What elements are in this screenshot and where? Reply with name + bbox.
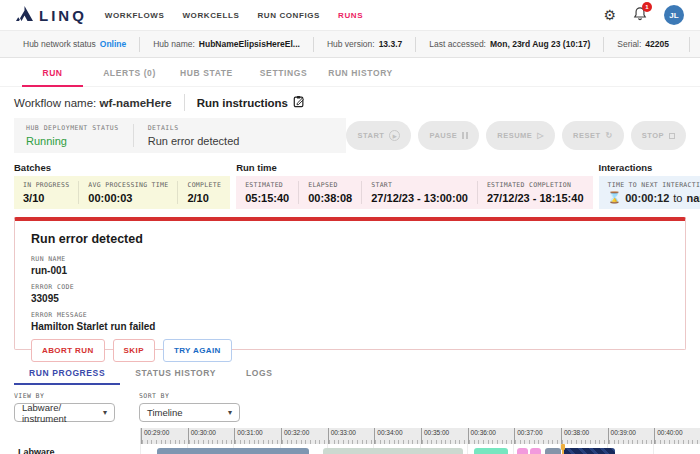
skip-button[interactable]: SKIP bbox=[113, 339, 155, 362]
run-error-card: Run error detected RUN NAME run-001 ERRO… bbox=[14, 217, 686, 350]
reset-icon: ↻ bbox=[606, 132, 613, 140]
nav-workcells[interactable]: WORKCELLS bbox=[182, 11, 239, 20]
run-controls: START ▶ PAUSE RESUME ▷ RESET ↻ STOP bbox=[346, 121, 686, 150]
tab-run-history[interactable]: RUN HISTORY bbox=[322, 58, 399, 86]
hub-network-status: Hub network status Online bbox=[10, 37, 139, 52]
metrics-row: Batches IN PROGRESS 3/10 AVG PROCESSING … bbox=[0, 160, 700, 209]
run-time-estimated: ESTIMATED 05:15:40 bbox=[236, 181, 298, 204]
interactions-box: TIME TO NEXT INTERACTION ⌛ 00:00:12 to n… bbox=[599, 176, 700, 209]
interaction-countdown: 00:00:12 bbox=[625, 192, 669, 204]
timeline-block[interactable]: -- bbox=[530, 448, 541, 454]
app-logo[interactable]: LINQ bbox=[16, 6, 87, 25]
error-code: ERROR CODE 33095 bbox=[31, 283, 669, 304]
notification-badge: 1 bbox=[642, 2, 652, 12]
tab-run[interactable]: RUN bbox=[14, 58, 91, 86]
abort-run-button[interactable]: ABORT RUN bbox=[31, 339, 105, 362]
notifications-bell[interactable]: 1 bbox=[633, 6, 647, 25]
pause-button[interactable]: PAUSE bbox=[418, 121, 479, 150]
ruler-time: 00:32:00 bbox=[281, 428, 328, 444]
workflow-name: Workflow name: wf-nameHere bbox=[14, 97, 172, 109]
nav-runs[interactable]: RUNS bbox=[338, 11, 363, 20]
run-time-start: START 27/12/23 - 13:00:00 bbox=[361, 181, 477, 204]
hub-status-bar: Hub network status Online Hub name: HubN… bbox=[0, 30, 700, 58]
tab-logs[interactable]: LOGS bbox=[231, 362, 288, 385]
resume-button[interactable]: RESUME ▷ bbox=[486, 121, 555, 150]
filters-row: VIEW BY Labware/ instrument ▾ SORT BY Ti… bbox=[0, 385, 700, 427]
nav-workflows[interactable]: WORKFLOWS bbox=[105, 11, 165, 20]
workflow-name-value: wf-nameHere bbox=[99, 97, 171, 109]
user-avatar[interactable]: JL bbox=[664, 5, 684, 25]
batches-group: Batches IN PROGRESS 3/10 AVG PROCESSING … bbox=[14, 162, 230, 209]
tab-settings[interactable]: SETTINGS bbox=[245, 58, 322, 86]
nav-run-configs[interactable]: RUN CONFIGS bbox=[257, 11, 320, 20]
run-instructions-link[interactable]: Run instructions bbox=[197, 95, 305, 110]
settings-gear-icon[interactable]: ⚙ bbox=[603, 8, 616, 22]
hub-last-accessed: Last accessed: Mon, 23rd Aug 23 (10:17) bbox=[415, 37, 603, 52]
error-title: Run error detected bbox=[31, 232, 669, 246]
view-by-select[interactable]: Labware/ instrument ▾ bbox=[14, 403, 115, 422]
clipboard-edit-icon bbox=[293, 95, 305, 110]
timeline-block[interactable]: Instr... bbox=[474, 448, 508, 454]
sort-by-filter: SORT BY Timeline ▾ bbox=[139, 392, 240, 422]
deployment-status-value: Running bbox=[26, 135, 119, 147]
tab-status-history[interactable]: STATUS HISTORY bbox=[120, 362, 231, 385]
progress-tabs: RUN PROGRESS STATUS HISTORY LOGS bbox=[0, 350, 700, 385]
tab-alerts[interactable]: ALERTS (0) bbox=[91, 58, 168, 86]
deployment-status-row: HUB DEPLOYMENT STATUS Running DETAILS Ru… bbox=[0, 117, 700, 160]
deployment-status-box: HUB DEPLOYMENT STATUS Running DETAILS Ru… bbox=[14, 118, 346, 153]
deployment-details-value: Run error detected bbox=[148, 135, 335, 147]
timeline-ruler: 00:29:0000:30:0000:31:0000:32:0000:33:00… bbox=[140, 428, 700, 444]
primary-nav: WORKFLOWS WORKCELLS RUN CONFIGS RUNS bbox=[105, 11, 363, 20]
hub-deployment-status: HUB DEPLOYMENT STATUS Running bbox=[26, 124, 119, 147]
workflow-header: Workflow name: wf-nameHere Run instructi… bbox=[0, 87, 700, 117]
hub-serial: Serial: 42205 bbox=[603, 37, 682, 52]
top-nav: LINQ WORKFLOWS WORKCELLS RUN CONFIGS RUN… bbox=[0, 0, 700, 30]
ruler-time: 00:33:00 bbox=[328, 428, 375, 444]
divider bbox=[184, 94, 185, 111]
run-time-group: Run time ESTIMATED 05:15:40 ELAPSED 00:3… bbox=[236, 162, 592, 209]
ruler-time: 00:38:00 bbox=[561, 428, 608, 444]
sort-by-select[interactable]: Timeline ▾ bbox=[139, 403, 240, 422]
linq-logo-icon bbox=[16, 6, 33, 25]
ruler-time: 00:31:00 bbox=[234, 428, 281, 444]
tab-hub-state[interactable]: HUB STATE bbox=[168, 58, 245, 86]
pause-icon bbox=[462, 132, 468, 139]
brand-name: LINQ bbox=[39, 7, 87, 24]
timeline-block[interactable]: Instrument X bbox=[323, 448, 463, 454]
batches-complete: COMPLETE 2/10 bbox=[177, 181, 230, 204]
run-progress-timeline: Labware eg plate XXXXXXXXXXXX 00:29:0000… bbox=[0, 428, 700, 454]
ruler-time: 00:30:00 bbox=[188, 428, 235, 444]
view-by-filter: VIEW BY Labware/ instrument ▾ bbox=[14, 392, 115, 422]
batches-in-progress: IN PROGRESS 3/10 bbox=[14, 181, 78, 204]
timeline-block[interactable]: -- bbox=[517, 448, 528, 454]
batches-avg-time: AVG PROCESSING TIME 00:00:03 bbox=[78, 181, 177, 204]
ruler-time: 00:37:00 bbox=[514, 428, 561, 444]
run-tabs: RUN ALERTS (0) HUB STATE SETTINGS RUN HI… bbox=[0, 58, 700, 87]
timeline-block[interactable]: Instrument X bbox=[157, 448, 309, 454]
reset-button[interactable]: RESET ↻ bbox=[562, 121, 624, 150]
hub-bar-end-divider bbox=[689, 37, 690, 52]
next-interaction: TIME TO NEXT INTERACTION ⌛ 00:00:12 to n… bbox=[599, 181, 700, 204]
play-circle-icon: ▶ bbox=[389, 130, 400, 141]
timeline-row-header: Labware eg plate XXXXXXXXXXXX bbox=[18, 447, 125, 454]
ruler-time: 00:29:00 bbox=[141, 428, 188, 444]
tab-run-progress[interactable]: RUN PROGRESS bbox=[14, 362, 120, 385]
timeline-block[interactable] bbox=[563, 448, 615, 454]
timeline-block[interactable]: -- bbox=[545, 448, 561, 454]
run-time-completion: ESTIMATED COMPLETION 27/12/23 - 18:15:40 bbox=[477, 181, 593, 204]
stop-button[interactable]: STOP bbox=[631, 121, 686, 150]
ruler-time: 00:40:00 bbox=[654, 428, 700, 444]
hub-name: Hub name: HubNameElipsisHereEl... bbox=[139, 37, 313, 52]
deployment-details: DETAILS Run error detected bbox=[133, 124, 335, 147]
stop-icon bbox=[669, 133, 675, 139]
run-time-elapsed: ELAPSED 00:38:08 bbox=[298, 181, 361, 204]
ruler-time: 00:34:00 bbox=[374, 428, 421, 444]
start-button[interactable]: START ▶ bbox=[346, 121, 411, 150]
ruler-time: 00:35:00 bbox=[421, 428, 468, 444]
ruler-time: 00:36:00 bbox=[468, 428, 515, 444]
error-run-name: RUN NAME run-001 bbox=[31, 255, 669, 276]
run-time-box: ESTIMATED 05:15:40 ELAPSED 00:38:08 STAR… bbox=[236, 176, 592, 209]
try-again-button[interactable]: TRY AGAIN bbox=[163, 339, 232, 362]
hourglass-icon: ⌛ bbox=[608, 191, 622, 204]
error-message: ERROR MESSAGE Hamilton Starlet run faile… bbox=[31, 311, 669, 332]
